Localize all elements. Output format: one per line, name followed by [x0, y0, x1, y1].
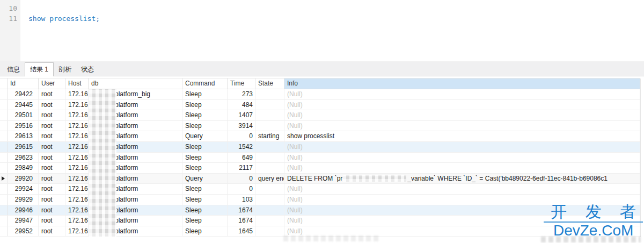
cell-command[interactable]: Sleep	[182, 121, 228, 131]
cell-time[interactable]: 1674	[228, 216, 255, 226]
cell-command[interactable]: Sleep	[182, 89, 228, 99]
cell-time[interactable]: 484	[228, 100, 255, 110]
cell-time[interactable]: 2117	[228, 163, 255, 173]
cell-state[interactable]	[255, 121, 284, 131]
cell-command[interactable]: Sleep	[182, 216, 228, 226]
cell-time[interactable]: 649	[228, 153, 255, 163]
cell-user[interactable]: root	[39, 110, 65, 120]
cell-time[interactable]: 1645	[228, 226, 255, 237]
cell-state[interactable]	[255, 100, 284, 110]
cell-info[interactable]: (Null)	[284, 153, 640, 163]
cell-command[interactable]: Sleep	[182, 110, 228, 120]
cell-time[interactable]: 0	[228, 174, 255, 184]
row-selector[interactable]	[0, 153, 8, 163]
cell-user[interactable]: root	[39, 195, 65, 205]
cell-id[interactable]: 29929	[8, 195, 39, 205]
cell-state[interactable]	[255, 153, 284, 163]
cell-command[interactable]: Sleep	[182, 226, 228, 237]
cell-host[interactable]: 172.16.	[65, 100, 89, 110]
cell-info[interactable]: show processlist	[284, 131, 640, 141]
cell-user[interactable]: root	[39, 142, 65, 152]
cell-info[interactable]: DELETE FROM `pr_variable` WHERE `ID_` = …	[284, 174, 640, 184]
cell-host[interactable]: 172.16.	[65, 184, 89, 194]
cell-host[interactable]: 172.16.	[65, 142, 89, 152]
cell-user[interactable]: root	[39, 184, 65, 194]
cell-user[interactable]: root	[39, 163, 65, 173]
cell-command[interactable]: Sleep	[182, 195, 228, 205]
cell-command[interactable]: Sleep	[182, 142, 228, 152]
cell-command[interactable]: Sleep	[182, 184, 228, 194]
row-selector[interactable]	[0, 174, 8, 184]
cell-info[interactable]: (Null)	[284, 100, 640, 110]
cell-state[interactable]	[255, 195, 284, 205]
row-selector[interactable]	[0, 226, 8, 237]
row-selector[interactable]	[0, 216, 8, 226]
editor-line[interactable]: 11show processlist;	[0, 13, 644, 24]
cell-user[interactable]: root	[39, 153, 65, 163]
column-header-host[interactable]: Host	[65, 78, 89, 89]
cell-id[interactable]: 29849	[8, 163, 39, 173]
tab-result-1[interactable]: 结果 1	[25, 62, 54, 76]
cell-time[interactable]: 3914	[228, 121, 255, 131]
cell-info[interactable]: (Null)	[284, 121, 640, 131]
cell-host[interactable]: 172.16.	[65, 216, 89, 226]
cell-state[interactable]	[255, 216, 284, 226]
cell-state[interactable]	[255, 89, 284, 99]
cell-id[interactable]: 29946	[8, 205, 39, 216]
cell-host[interactable]: 172.16.	[65, 195, 89, 205]
cell-time[interactable]: 273	[228, 89, 255, 99]
cell-id[interactable]: 29947	[8, 216, 39, 226]
cell-host[interactable]: 172.16.	[65, 121, 89, 131]
column-header-time[interactable]: Time	[228, 78, 255, 89]
cell-time[interactable]: 1542	[228, 142, 255, 152]
column-header-state[interactable]: State	[255, 78, 284, 89]
cell-state[interactable]	[255, 142, 284, 152]
cell-info[interactable]: (Null)	[284, 184, 640, 194]
cell-host[interactable]: 172.16.	[65, 163, 89, 173]
cell-id[interactable]: 29924	[8, 184, 39, 194]
sql-editor[interactable]: 91011show processlist;	[0, 0, 644, 61]
cell-state[interactable]	[255, 163, 284, 173]
cell-user[interactable]: root	[39, 216, 65, 226]
row-selector[interactable]	[0, 163, 8, 173]
cell-time[interactable]: 1674	[228, 205, 255, 216]
cell-host[interactable]: 172.16.	[65, 110, 89, 120]
cell-id[interactable]: 29422	[8, 89, 39, 99]
editor-line[interactable]: 10	[0, 3, 644, 13]
cell-state[interactable]: starting	[255, 131, 284, 141]
editor-lines[interactable]: 91011show processlist;	[0, 2, 644, 24]
cell-time[interactable]: 0	[228, 131, 255, 141]
cell-info[interactable]: (Null)	[284, 110, 640, 120]
cell-user[interactable]: root	[39, 121, 65, 131]
cell-command[interactable]: Query	[182, 131, 228, 141]
cell-state[interactable]	[255, 205, 284, 216]
tab-status[interactable]: 状态	[76, 64, 99, 76]
row-selector[interactable]	[0, 205, 8, 216]
cell-host[interactable]: 172.16.	[65, 131, 89, 141]
cell-info[interactable]: (Null)	[284, 163, 640, 173]
cell-state[interactable]	[255, 184, 284, 194]
cell-command[interactable]: Sleep	[182, 163, 228, 173]
row-selector[interactable]	[0, 89, 8, 99]
cell-host[interactable]: 172.16.	[65, 89, 89, 99]
column-header-info[interactable]: Info	[284, 78, 640, 89]
cell-host[interactable]: 172.16.	[65, 205, 89, 216]
cell-user[interactable]: root	[39, 89, 65, 99]
tab-profile[interactable]: 剖析	[54, 64, 76, 76]
cell-host[interactable]: 172.16.	[65, 153, 89, 163]
cell-time[interactable]: 0	[228, 184, 255, 194]
column-header-id[interactable]: Id	[8, 78, 39, 89]
row-selector[interactable]	[0, 184, 8, 194]
cell-user[interactable]: root	[39, 226, 65, 237]
cell-id[interactable]: 29445	[8, 100, 39, 110]
cell-user[interactable]: root	[39, 131, 65, 141]
cell-command[interactable]: Sleep	[182, 153, 228, 163]
cell-state[interactable]: query end	[255, 174, 284, 184]
cell-id[interactable]: 29516	[8, 121, 39, 131]
column-header-command[interactable]: Command	[182, 78, 228, 89]
cell-host[interactable]: 172.16.	[65, 174, 89, 184]
cell-command[interactable]: Query	[182, 174, 228, 184]
cell-id[interactable]: 29952	[8, 226, 39, 237]
cell-time[interactable]: 103	[228, 195, 255, 205]
cell-id[interactable]: 29501	[8, 110, 39, 120]
